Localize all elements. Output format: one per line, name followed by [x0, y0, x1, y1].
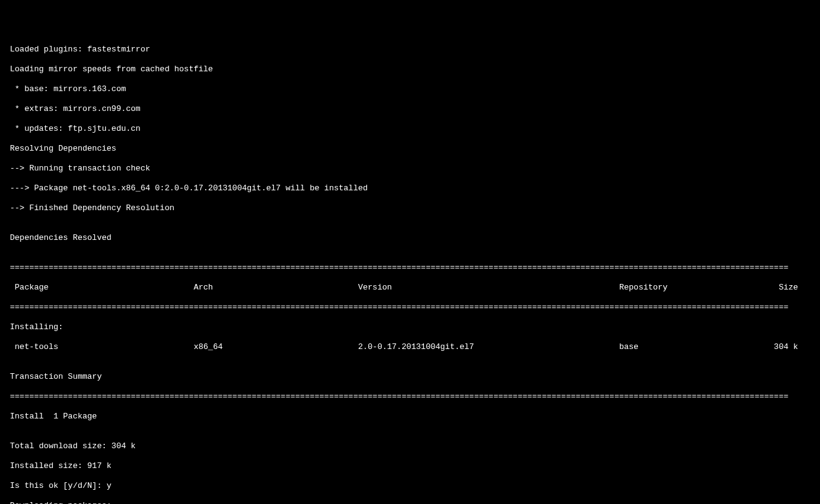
output-line: --> Running transaction check [10, 164, 810, 174]
output-line: Dependencies Resolved [10, 233, 810, 243]
output-line: Is this ok [y/d/N]: y [10, 481, 810, 491]
output-line: * base: mirrors.163.com [10, 84, 810, 94]
output-line: Installing: [10, 322, 810, 332]
output-line: Loading mirror speeds from cached hostfi… [10, 64, 810, 74]
divider-line: ========================================… [10, 263, 810, 273]
output-line: * extras: mirrors.cn99.com [10, 104, 810, 114]
output-line: Loaded plugins: fastestmirror [10, 45, 810, 55]
table-row: net-tools x86_64 2.0-0.17.20131004git.el… [10, 342, 810, 352]
output-line: Total download size: 304 k [10, 441, 810, 451]
divider-line: ========================================… [10, 392, 810, 402]
output-line: Downloading packages: [10, 501, 810, 504]
output-line: --> Finished Dependency Resolution [10, 203, 810, 213]
output-line: Resolving Dependencies [10, 144, 810, 154]
divider-line: ========================================… [10, 303, 810, 312]
output-line: ---> Package net-tools.x86_64 0:2.0-0.17… [10, 183, 810, 193]
output-line: * updates: ftp.sjtu.edu.cn [10, 124, 810, 134]
output-line: Installed size: 917 k [10, 461, 810, 471]
table-header: Package Arch Version Repository Size [10, 283, 810, 293]
output-line: Install 1 Package [10, 412, 810, 422]
output-line: Transaction Summary [10, 372, 810, 382]
